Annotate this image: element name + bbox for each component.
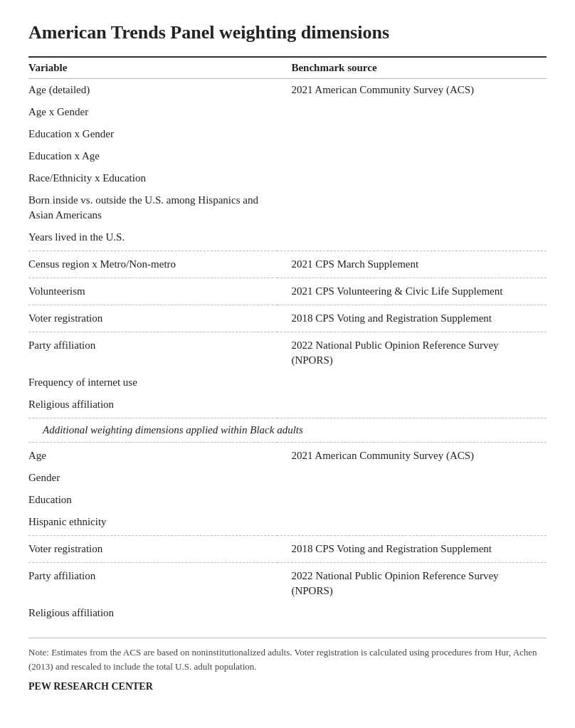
benchmark-cell: 2022 National Public Opinion Reference S…	[277, 563, 547, 603]
table-row: Religious affiliation	[28, 394, 547, 418]
benchmark-cell	[277, 489, 547, 511]
benchmark-cell	[277, 145, 547, 167]
benchmark-cell: 2021 CPS March Supplement	[277, 251, 547, 278]
variable-cell: Gender	[28, 467, 277, 489]
brand-label: PEW RESEARCH CENTER	[28, 679, 547, 694]
variable-cell: Voter registration	[28, 536, 277, 563]
variable-cell: Age (detailed)	[28, 79, 277, 102]
variable-cell: Party affiliation	[28, 563, 277, 603]
variable-cell: Religious affiliation	[28, 602, 277, 626]
table-row: Education	[28, 489, 547, 511]
variable-cell: Census region x Metro/Non-metro	[28, 251, 277, 278]
page-title: American Trends Panel weighting dimensio…	[28, 21, 547, 43]
italic-group-label: Additional weighting dimensions applied …	[28, 418, 547, 443]
table-row: Voter registration2018 CPS Voting and Re…	[28, 536, 547, 563]
benchmark-cell	[277, 226, 547, 251]
table-row: Census region x Metro/Non-metro2021 CPS …	[28, 251, 547, 278]
variable-cell: Volunteerism	[28, 278, 277, 305]
table-row: Gender	[28, 467, 547, 489]
benchmark-cell	[277, 189, 547, 226]
table-row: Years lived in the U.S.	[28, 226, 547, 251]
variable-cell: Age	[28, 443, 277, 468]
variable-cell: Party affiliation	[28, 332, 277, 372]
variable-cell: Frequency of internet use	[28, 371, 277, 394]
benchmark-cell	[277, 101, 547, 123]
col-benchmark-header: Benchmark source	[277, 57, 547, 79]
table-row: Frequency of internet use	[28, 371, 547, 394]
benchmark-cell: 2021 CPS Volunteering & Civic Life Suppl…	[277, 278, 547, 305]
variable-cell: Hispanic ethnicity	[28, 511, 277, 536]
benchmark-cell: 2018 CPS Voting and Registration Supplem…	[277, 536, 547, 563]
variable-cell: Race/Ethnicity x Education	[28, 167, 277, 189]
benchmark-cell	[277, 167, 547, 189]
table-row: Voter registration2018 CPS Voting and Re…	[28, 305, 547, 332]
col-variable-header: Variable	[28, 57, 277, 79]
variable-cell: Age x Gender	[28, 101, 277, 123]
table-row: Race/Ethnicity x Education	[28, 167, 547, 189]
table-row: Age x Gender	[28, 101, 547, 123]
note-section: Note: Estimates from the ACS are based o…	[28, 638, 547, 694]
variable-cell: Religious affiliation	[28, 394, 277, 418]
benchmark-cell	[277, 371, 547, 394]
benchmark-cell	[277, 511, 547, 536]
variable-cell: Born inside vs. outside the U.S. among H…	[28, 189, 277, 226]
benchmark-cell: 2022 National Public Opinion Reference S…	[277, 332, 547, 372]
table-row: Religious affiliation	[28, 602, 547, 626]
benchmark-cell: 2021 American Community Survey (ACS)	[277, 79, 547, 102]
variable-cell: Years lived in the U.S.	[28, 226, 277, 251]
table-row: Education x Age	[28, 145, 547, 167]
benchmark-cell	[277, 394, 547, 418]
variable-cell: Education	[28, 489, 277, 511]
benchmark-cell: 2018 CPS Voting and Registration Supplem…	[277, 305, 547, 332]
note-text: Note: Estimates from the ACS are based o…	[28, 647, 537, 672]
table-row: Volunteerism2021 CPS Volunteering & Civi…	[28, 278, 547, 305]
table-row: Born inside vs. outside the U.S. among H…	[28, 189, 547, 226]
variable-cell: Education x Age	[28, 145, 277, 167]
benchmark-cell	[277, 602, 547, 626]
table-row: Party affiliation2022 National Public Op…	[28, 332, 547, 372]
weighting-table: Variable Benchmark source Age (detailed)…	[28, 56, 547, 626]
table-row: Party affiliation2022 National Public Op…	[28, 563, 547, 603]
variable-cell: Voter registration	[28, 305, 277, 332]
benchmark-cell	[277, 467, 547, 489]
table-row: Age2021 American Community Survey (ACS)	[28, 443, 547, 468]
benchmark-cell	[277, 123, 547, 145]
variable-cell: Education x Gender	[28, 123, 277, 145]
table-row: Hispanic ethnicity	[28, 511, 547, 536]
table-row: Age (detailed)2021 American Community Su…	[28, 79, 547, 102]
benchmark-cell: 2021 American Community Survey (ACS)	[277, 443, 547, 468]
table-row: Education x Gender	[28, 123, 547, 145]
